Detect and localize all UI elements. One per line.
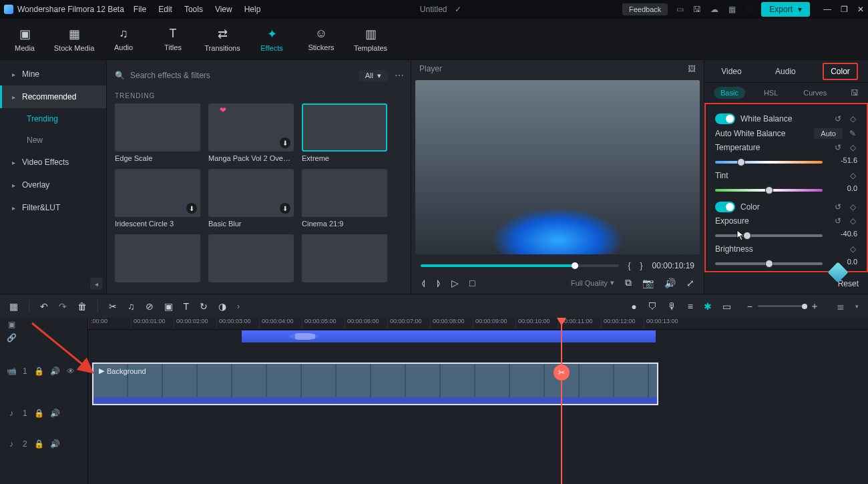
zoom-slider[interactable] [758, 305, 805, 307]
tab-transitions[interactable]: ⇄ Transitions [198, 19, 247, 60]
save-icon[interactable]: 🖫 [692, 4, 702, 15]
effect-card-extra-1[interactable] [115, 234, 202, 282]
more-options-icon[interactable]: ⋯ [395, 70, 404, 81]
expand-icon[interactable]: ⤢ [686, 278, 694, 288]
track-list-more[interactable]: ▾ [855, 303, 859, 310]
subtab-curves[interactable]: Curves [797, 87, 833, 99]
speed-icon[interactable]: ↻ [200, 301, 208, 312]
timeline-lanes[interactable]: :00:00 00:00:01:00 00:00:02:00 00:00:03:… [88, 318, 868, 484]
filter-all-dropdown[interactable]: All ▾ [359, 70, 388, 81]
keyframe-icon[interactable]: ◇ [848, 216, 857, 226]
mark-in-brace[interactable]: { [628, 261, 631, 270]
subtab-basic[interactable]: Basic [714, 87, 745, 99]
subcat-new[interactable]: New [0, 130, 106, 151]
effect-card-iridescent[interactable]: ⬇ Iridescent Circle 3 [115, 169, 202, 228]
cat-recommended[interactable]: ▸ Recommended [0, 85, 106, 108]
white-balance-toggle[interactable] [715, 113, 735, 124]
export-button[interactable]: Export ▾ [761, 2, 810, 17]
tab-templates[interactable]: ▥ Templates [346, 19, 395, 60]
frame-icon[interactable]: ▭ [722, 301, 731, 312]
reset-button[interactable]: Reset [838, 279, 859, 288]
effect-card-cinema[interactable]: Cinema 21:9 [302, 169, 389, 228]
timeline-ruler[interactable]: :00:00 00:00:01:00 00:00:02:00 00:00:03:… [88, 318, 868, 330]
exposure-slider[interactable] [715, 234, 823, 237]
play-button[interactable]: ▷ [451, 278, 459, 288]
tab-stock-media[interactable]: ▦ Stock Media [49, 19, 99, 60]
speaker-icon[interactable]: 🔊 [50, 439, 59, 449]
lock-icon[interactable]: 🔒 [34, 409, 43, 418]
window-minimize[interactable]: — [823, 5, 831, 14]
crop-icon[interactable]: ▣ [164, 301, 173, 312]
zoom-in-button[interactable]: ＋ [810, 300, 819, 312]
speaker-icon[interactable]: 🔊 [50, 409, 59, 418]
menu-view[interactable]: View [215, 5, 232, 14]
feedback-button[interactable]: Feedback [622, 3, 668, 15]
reset-icon[interactable]: ↺ [833, 216, 843, 226]
keyframe-icon[interactable]: ◇ [848, 244, 857, 254]
cat-video-effects[interactable]: ▸ Video Effects [0, 151, 106, 174]
brightness-value[interactable]: 0.0 [829, 258, 857, 266]
effect-card-manga-pack[interactable]: ❤ ⬇ Manga Pack Vol 2 Ove… [208, 103, 295, 162]
stop-button[interactable]: □ [469, 278, 475, 288]
inspector-tab-video[interactable]: Video [714, 64, 748, 79]
music-beat-icon[interactable]: ♫ [128, 301, 135, 312]
keyframe-icon[interactable]: ◇ [848, 202, 857, 212]
mic-record-icon[interactable]: 🎙 [668, 301, 677, 312]
step-button[interactable]: ⦊ [436, 278, 441, 288]
menu-help[interactable]: Help [244, 5, 261, 14]
window-maximize[interactable]: ❐ [841, 5, 848, 14]
timeline-tool-icon[interactable]: ▣ [7, 320, 16, 329]
split-at-playhead-button[interactable]: ✂ [554, 365, 570, 381]
redo-button[interactable]: ↷ [59, 301, 67, 312]
top-audio-clip[interactable] [242, 330, 656, 342]
ai-tool-icon[interactable]: ✱ [704, 301, 712, 312]
speaker-icon[interactable]: 🔊 [50, 367, 59, 376]
screen-icon[interactable]: ▭ [674, 4, 685, 15]
tint-slider[interactable] [715, 189, 823, 192]
color-icon[interactable]: ◑ [218, 301, 226, 312]
text-icon[interactable]: T [184, 301, 190, 312]
quality-dropdown[interactable]: Full Quality ▾ [571, 278, 614, 287]
search-input[interactable]: 🔍 Search effects & filters [115, 71, 352, 80]
track-list-icon[interactable]: ≣ [837, 301, 845, 312]
menu-file[interactable]: File [134, 5, 146, 14]
effect-card-basic-blur[interactable]: ⬇ Basic Blur [208, 169, 295, 228]
auto-wb-button[interactable]: Auto [814, 128, 843, 139]
mixer-icon[interactable]: ≡ [688, 301, 693, 312]
inspector-tab-audio[interactable]: Audio [769, 64, 803, 79]
lock-icon[interactable]: 🔒 [34, 367, 43, 376]
effect-card-extra-3[interactable] [302, 234, 389, 282]
keyframe-icon[interactable]: ◇ [848, 114, 857, 124]
effect-card-extreme[interactable]: Extreme [302, 103, 389, 162]
snapshot-icon[interactable]: 📷 [642, 278, 654, 288]
layout-icon[interactable]: ▦ [9, 301, 18, 312]
tab-titles[interactable]: T Titles [148, 19, 198, 60]
cloud-icon[interactable]: ☁ [709, 4, 720, 15]
link-icon[interactable]: 🔗 [7, 333, 16, 342]
player-progress-bar[interactable] [421, 264, 619, 267]
mark-out-brace[interactable]: } [640, 261, 643, 270]
keyframe-icon[interactable]: ◇ [848, 171, 857, 180]
more-tools-icon[interactable]: › [237, 302, 240, 311]
preset-save-icon[interactable]: 🖫 [851, 88, 859, 97]
subcat-trending[interactable]: Trending [0, 108, 106, 130]
temperature-slider[interactable] [715, 161, 823, 164]
collapse-sidebar-button[interactable]: ◂ [90, 278, 102, 290]
tab-media[interactable]: ▣ Media [0, 19, 49, 60]
reset-icon[interactable]: ↺ [833, 114, 843, 124]
lock-icon[interactable]: 🔒 [34, 439, 43, 449]
eye-icon[interactable]: 👁 [66, 367, 75, 376]
player-canvas[interactable] [415, 80, 700, 254]
undo-button[interactable]: ↶ [40, 301, 48, 312]
cat-filter-lut[interactable]: ▸ Filter&LUT [0, 196, 106, 219]
eyedropper-icon[interactable]: ✎ [848, 129, 857, 138]
tint-value[interactable]: 0.0 [829, 184, 857, 192]
progress-thumb[interactable] [572, 262, 578, 269]
disable-icon[interactable]: ⊘ [146, 301, 154, 312]
cat-mine[interactable]: ▸ Mine [0, 63, 106, 85]
user-avatar[interactable] [744, 4, 754, 15]
speaker-icon[interactable]: 🔊 [664, 278, 676, 288]
video-clip[interactable]: ▶ Background [92, 362, 658, 405]
delete-button[interactable]: 🗑 [77, 301, 87, 312]
cast-icon[interactable]: ⧉ [625, 277, 632, 288]
